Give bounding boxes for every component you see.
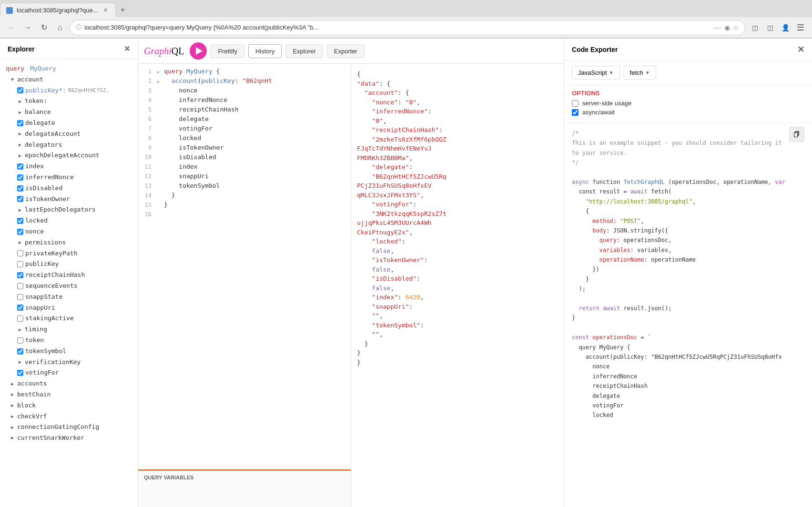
explorer-close-btn[interactable]: ✕: [124, 44, 130, 53]
collapse-2[interactable]: ▼: [157, 80, 162, 84]
back-btn[interactable]: ←: [5, 21, 18, 34]
tree-item-verificationkey[interactable]: ▶ verificationKey: [0, 357, 138, 368]
epochdelegate-expand-icon: ▶: [17, 153, 23, 159]
tree-item-token-cb[interactable]: token: [0, 335, 138, 346]
tree-item-permissions[interactable]: ▶ permissions: [0, 237, 138, 248]
inferrednonce-checkbox[interactable]: [17, 174, 23, 181]
tree-item-publickey[interactable]: publicKey*: B62qnHtHCf5Z.: [0, 85, 138, 96]
tree-item-checkvrf[interactable]: ▶ checkVrf: [0, 411, 138, 422]
tree-item-receipthash[interactable]: receiptChainHash: [0, 270, 138, 281]
run-btn[interactable]: [190, 42, 207, 60]
tree-item-lastepoch[interactable]: ▶ lastEpochDelegators: [0, 204, 138, 215]
tree-item-seqevents[interactable]: sequenceEvents: [0, 281, 138, 292]
tab-title: localhost:3085/graphql?que...: [17, 7, 98, 14]
tree-item-balance[interactable]: ▶ balance: [0, 107, 138, 118]
locked-checkbox[interactable]: [17, 218, 23, 224]
tree-item-privatekeypath[interactable]: privateKeyPath: [0, 248, 138, 259]
language-select-btn[interactable]: JavaScript ▼: [572, 66, 620, 80]
prettify-btn[interactable]: Prettify: [211, 44, 244, 58]
result-content[interactable]: { "data": { "account": { "nonce": "0", "…: [351, 64, 564, 507]
publickey-checkbox[interactable]: [17, 87, 23, 93]
forward-btn[interactable]: →: [21, 21, 34, 34]
delegators-expand-icon: ▶: [17, 142, 23, 148]
tree-item-epochdelegate[interactable]: ▶ epochDelegateAccount: [0, 150, 138, 161]
istokenowner-checkbox[interactable]: [17, 196, 23, 202]
token-cb-checkbox[interactable]: [17, 337, 23, 344]
library-btn[interactable]: ◫: [748, 21, 761, 34]
close-inner-brace: }): [572, 266, 599, 273]
tree-item-nonce[interactable]: nonce: [0, 226, 138, 237]
server-side-checkbox[interactable]: [572, 100, 579, 107]
tree-item-snappuri[interactable]: snappUri: [0, 303, 138, 314]
reload-btn[interactable]: ↻: [37, 21, 51, 34]
delegate-checkbox[interactable]: [17, 120, 23, 126]
graphiql-area: GraphiQL Prettify History Explorer Expor…: [138, 39, 564, 507]
eq-backtick: = `: [641, 334, 651, 341]
stakingactive-checkbox[interactable]: [17, 315, 23, 322]
code-line-13: 13 tokenSymbol: [138, 182, 351, 192]
locked-label: locked: [25, 216, 48, 226]
lastepoch-expand-icon: ▶: [17, 207, 23, 213]
tree-item-timing[interactable]: ▶ timing: [0, 324, 138, 335]
collapse-1[interactable]: ▼: [157, 70, 162, 75]
tree-item-bestchain[interactable]: ▶ bestChain: [0, 389, 138, 400]
async-keyword: async: [572, 179, 589, 185]
profile-btn[interactable]: 👤: [779, 21, 792, 34]
tree-item-delegateaccount[interactable]: ▶ delegateAccount: [0, 129, 138, 140]
tree-item-publickey2[interactable]: publicKey: [0, 259, 138, 270]
tree-item-accounts[interactable]: ▶ accounts: [0, 378, 138, 389]
async-await-label: async/await: [582, 109, 615, 116]
nonce-checkbox[interactable]: [17, 229, 23, 235]
publickey-value: B62qnHtHCf5Z.: [68, 86, 109, 95]
tree-item-locked[interactable]: locked: [0, 215, 138, 226]
fetch-select-btn[interactable]: fetch ▼: [624, 66, 656, 80]
explorer-btn[interactable]: Explorer: [285, 44, 323, 58]
address-bar[interactable]: ⓘ localhost:3085/graphql?query=query MyQ…: [70, 20, 745, 35]
index-checkbox[interactable]: [17, 163, 23, 170]
exporter-close-btn[interactable]: ✕: [797, 44, 804, 55]
votingfor-checkbox[interactable]: [17, 370, 23, 376]
exporter-btn[interactable]: Exporter: [327, 44, 365, 58]
code-editor[interactable]: 1 ▼ query MyQuery { 2 ▼ account(publicKe…: [138, 64, 351, 469]
inferrednonce-label: inferredNonce: [25, 172, 74, 183]
exporter-code-area[interactable]: 🗍 /* This is an example snippet - you sh…: [564, 123, 812, 507]
bestchain-expand-icon: ▶: [10, 392, 15, 397]
isdisabled-checkbox[interactable]: [17, 185, 23, 192]
tree-item-block[interactable]: ▶ block: [0, 400, 138, 411]
publickey2-checkbox[interactable]: [17, 261, 23, 267]
async-await-checkbox[interactable]: [572, 109, 579, 116]
tab-close-btn[interactable]: ✕: [102, 7, 110, 14]
tree-item-votingfor[interactable]: votingFor: [0, 367, 138, 378]
new-tab-btn[interactable]: +: [116, 3, 130, 17]
receipthash-checkbox[interactable]: [17, 272, 23, 278]
tree-item-istokenowner[interactable]: isTokenOwner: [0, 194, 138, 205]
home-btn[interactable]: ⌂: [53, 21, 67, 34]
tree-item-stakingactive[interactable]: stakingActive: [0, 313, 138, 324]
privatekeypath-checkbox[interactable]: [17, 250, 23, 256]
exporter-header: Code Exporter ✕: [564, 39, 812, 61]
tree-item-currentsnarkworker[interactable]: ▶ currentSnarkWorker: [0, 433, 138, 444]
tree-item-token-expand[interactable]: ▶ token:: [0, 96, 138, 107]
tree-item-delegators[interactable]: ▶ delegators: [0, 140, 138, 151]
copy-code-btn[interactable]: 🗍: [789, 127, 804, 142]
block-label: block: [17, 401, 36, 411]
snappstate-checkbox[interactable]: [17, 294, 23, 300]
tree-item-tokensymbol[interactable]: tokenSymbol: [0, 346, 138, 357]
sidebar-btn[interactable]: ◫: [763, 21, 777, 34]
fn-keyword: function: [592, 179, 623, 185]
tokensymbol-checkbox[interactable]: [17, 348, 23, 355]
tree-item-connectiongating[interactable]: ▶ connectionGatingConfig: [0, 422, 138, 433]
code-line-14: 14 }: [138, 192, 351, 201]
tree-item-snappstate[interactable]: snappState: [0, 292, 138, 303]
tree-item-inferrednonce[interactable]: inferredNonce: [0, 172, 138, 183]
tree-item-isdisabled[interactable]: isDisabled: [0, 183, 138, 194]
tree-item-index[interactable]: index: [0, 161, 138, 172]
history-btn[interactable]: History: [248, 44, 282, 58]
tree-item-account[interactable]: ▼ account: [0, 74, 138, 85]
menu-btn[interactable]: ☰: [794, 21, 807, 34]
active-tab[interactable]: localhost:3085/graphql?que... ✕: [0, 3, 116, 17]
snappuri-checkbox[interactable]: [17, 304, 23, 311]
tree-item-delegate[interactable]: delegate: [0, 118, 138, 129]
seqevents-checkbox[interactable]: [17, 283, 23, 289]
star-icon: ☆: [733, 24, 739, 31]
